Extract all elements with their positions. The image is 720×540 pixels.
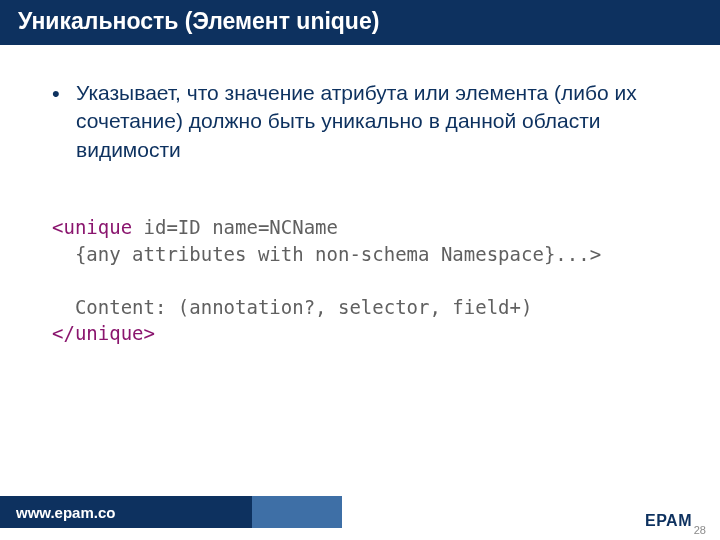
footer-url: www.epam.co [0, 496, 252, 528]
content-area: Указывает, что значение атрибута или эле… [0, 45, 720, 347]
code-block: <unique id=ID name=NCName {any attribute… [52, 214, 672, 347]
code-close-tag: </unique> [52, 322, 155, 344]
slide-title: Уникальность (Элемент unique) [0, 0, 720, 45]
bullet-list: Указывает, что значение атрибута или эле… [48, 79, 672, 164]
bullet-item: Указывает, что значение атрибута или эле… [48, 79, 672, 164]
page-number: 28 [694, 524, 706, 536]
footer: www.epam.co EPAM 28 [0, 496, 720, 528]
slide: Уникальность (Элемент unique) Указывает,… [0, 0, 720, 540]
footer-accent [252, 496, 342, 528]
footer-brand: EPAM [645, 512, 692, 530]
code-line-3: Content: (annotation?, selector, field+) [52, 296, 532, 318]
code-line-2: {any attributes with non-schema Namespac… [52, 243, 601, 265]
code-open-tag: <unique [52, 216, 132, 238]
code-open-attrs: id=ID name=NCName [132, 216, 338, 238]
